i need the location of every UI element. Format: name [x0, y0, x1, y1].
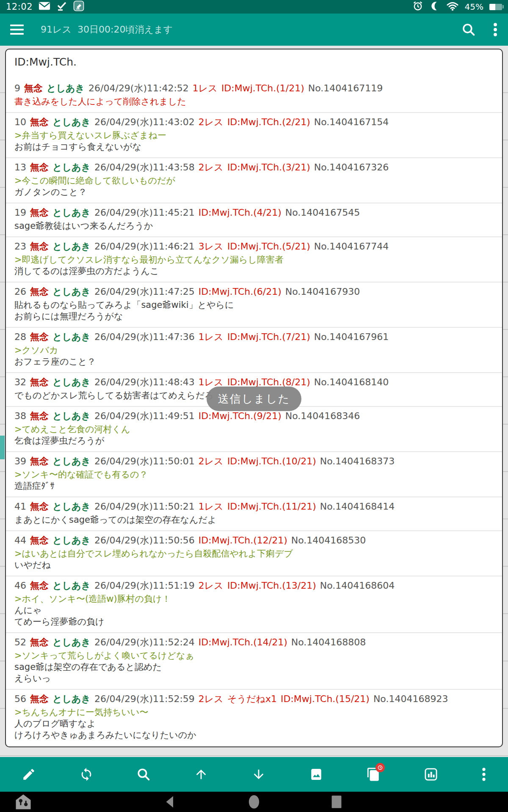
search-icon[interactable] — [136, 767, 151, 782]
post-line: sage爺は架空の存在であると認めた — [6, 661, 502, 673]
post-list: 9無念としあき26/04/29(水)11:42:521レスID:Mwj.TCh.… — [6, 79, 502, 746]
post-id[interactable]: ID:Mwj.TCh.(2/21) — [227, 117, 310, 127]
post-header: 56無念としあき26/04/29(水)11:52:592レスそうだねx1ID:M… — [6, 693, 502, 705]
post-name1: 無念 — [30, 286, 49, 297]
post-line: >てめえこと乞食の河村くん — [6, 424, 502, 435]
post-id[interactable]: ID:Mwj.TCh.(1/21) — [221, 83, 304, 93]
post-header: 52無念としあき26/04/29(水)11:52:24ID:Mwj.TCh.(1… — [6, 636, 502, 648]
post-id[interactable]: ID:Mwj.TCh.(6/21) — [199, 286, 282, 297]
clock: 12:02 — [6, 2, 33, 12]
overflow-icon[interactable] — [481, 767, 486, 782]
post-id[interactable]: ID:Mwj.TCh.(15/21) — [281, 694, 370, 704]
post-header: 19無念としあき26/04/29(水)11:45:21ID:Mwj.TCh.(4… — [6, 207, 502, 218]
post-id[interactable]: ID:Mwj.TCh.(12/21) — [199, 535, 287, 546]
post-header: 41無念としあき26/04/29(水)11:50:211レスID:Mwj.TCh… — [6, 501, 502, 512]
post[interactable]: 28無念としあき26/04/29(水)11:47:361レスID:Mwj.TCh… — [6, 327, 502, 372]
scroll-up-icon[interactable] — [194, 767, 208, 782]
post-res[interactable]: 2レス — [199, 694, 224, 704]
post-header: 26無念としあき26/04/29(水)11:47:25ID:Mwj.TCh.(6… — [6, 286, 502, 297]
menu-icon[interactable] — [10, 25, 24, 35]
scroll-down-icon[interactable] — [251, 767, 266, 782]
post[interactable]: 41無念としあき26/04/29(水)11:50:211レスID:Mwj.TCh… — [6, 497, 502, 530]
post[interactable]: 46無念としあき26/04/29(水)11:51:192レスID:Mwj.TCh… — [6, 576, 502, 632]
post[interactable]: 38無念としあき26/04/29(水)11:49:51ID:Mwj.TCh.(9… — [6, 406, 502, 451]
post-id[interactable]: ID:Mwj.TCh.(9/21) — [199, 411, 282, 421]
post-line: >ちんちんオナにー気持ちいい〜 — [6, 707, 502, 718]
post-line: お前はチョコすら食えないがな — [6, 141, 502, 153]
post-line: お前らには無理だろうがな — [6, 311, 502, 322]
do-not-disturb-moon-icon — [429, 0, 440, 13]
post-sodane[interactable]: そうだねx1 — [227, 694, 277, 704]
post-res[interactable]: 1レス — [199, 377, 224, 387]
post-name2: としあき — [52, 535, 91, 546]
post-line: >はいあとは自分でスレ埋められなかったら自殺配信やれよ下痢デブ — [6, 548, 502, 560]
post-num: 32 — [14, 377, 26, 387]
overflow-icon[interactable] — [493, 22, 498, 37]
post-id[interactable]: ID:Mwj.TCh.(5/21) — [227, 241, 310, 252]
post-num: 23 — [14, 241, 26, 252]
post-id[interactable]: ID:Mwj.TCh.(3/21) — [227, 162, 310, 173]
post[interactable]: 52無念としあき26/04/29(水)11:52:24ID:Mwj.TCh.(1… — [6, 632, 502, 689]
back-icon[interactable] — [159, 792, 180, 812]
post-res[interactable]: 1レス — [199, 501, 224, 512]
post-id[interactable]: ID:Mwj.TCh.(11/21) — [227, 501, 316, 512]
post-name2: としあき — [52, 637, 91, 647]
content-area: ID:Mwj.TCh. 9無念としあき26/04/29(水)11:42:521レ… — [0, 46, 508, 757]
post-no: No.1404167930 — [285, 286, 360, 297]
post-res[interactable]: 2レス — [199, 456, 224, 466]
post[interactable]: 23無念としあき26/04/29(水)11:46:213レスID:Mwj.TCh… — [6, 236, 502, 282]
post-res[interactable]: 2レス — [199, 162, 224, 173]
post-header: 32無念としあき26/04/29(水)11:48:431レスID:Mwj.TCh… — [6, 376, 502, 388]
post-line: >今この瞬間に絶命して欲しいものだが — [6, 175, 502, 187]
post-line: 書き込みをした人によって削除されました — [6, 96, 502, 107]
post-res[interactable]: 2レス — [199, 580, 224, 591]
post-num: 13 — [14, 162, 26, 173]
post[interactable]: 56無念としあき26/04/29(水)11:52:592レスそうだねx1ID:M… — [6, 689, 502, 746]
post-id[interactable]: ID:Mwj.TCh.(7/21) — [227, 332, 310, 342]
post[interactable]: 26無念としあき26/04/29(水)11:47:25ID:Mwj.TCh.(6… — [6, 282, 502, 327]
home-shortcut-icon[interactable] — [13, 792, 34, 812]
search-icon[interactable] — [461, 22, 476, 37]
post-header: 44無念としあき26/04/29(水)11:50:56ID:Mwj.TCh.(1… — [6, 535, 502, 546]
post-date: 26/04/29(水)11:48:43 — [94, 377, 195, 387]
reload-icon[interactable] — [79, 767, 94, 782]
image-icon[interactable] — [309, 767, 323, 782]
post[interactable]: 39無念としあき26/04/29(水)11:50:012レスID:Mwj.TCh… — [6, 451, 502, 497]
post-name2: としあき — [52, 580, 91, 591]
post[interactable]: 32無念としあき26/04/29(水)11:48:431レスID:Mwj.TCh… — [6, 372, 502, 406]
post-id[interactable]: ID:Mwj.TCh.(4/21) — [199, 207, 282, 218]
post[interactable]: 19無念としあき26/04/29(水)11:45:21ID:Mwj.TCh.(4… — [6, 203, 502, 236]
post-line: 乞食は淫夢虫だろうが — [6, 435, 502, 447]
compose-icon[interactable] — [22, 767, 36, 782]
post-id[interactable]: ID:Mwj.TCh.(10/21) — [227, 456, 316, 466]
post-res[interactable]: 2レス — [199, 117, 224, 127]
catalog-icon-with-badge[interactable] — [366, 767, 381, 782]
recents-icon[interactable] — [326, 792, 347, 812]
home-icon[interactable] — [243, 792, 265, 812]
stats-icon[interactable] — [424, 767, 438, 782]
post-res[interactable]: 3レス — [199, 241, 224, 252]
post-name2: としあき — [52, 162, 91, 173]
post[interactable]: 10無念としあき26/04/29(水)11:43:022レスID:Mwj.TCh… — [6, 112, 502, 157]
post-res[interactable]: 1レス — [199, 332, 224, 342]
post-line: >即逃げしてクソスレ消すなら最初から立てんなクソ漏らし障害者 — [6, 254, 502, 266]
post-line: 人のブログ晒すなよ — [6, 718, 502, 730]
post-line: sage爺教徒はいつ来るんだろうか — [6, 220, 502, 232]
post-date: 26/04/29(水)11:50:21 — [94, 501, 195, 512]
post[interactable]: 9無念としあき26/04/29(水)11:42:521レスID:Mwj.TCh.… — [6, 79, 502, 112]
post-res[interactable]: 1レス — [193, 83, 218, 93]
post-id[interactable]: ID:Mwj.TCh.(13/21) — [227, 580, 316, 591]
post-no: No.1404167154 — [314, 117, 389, 127]
post-line: >ソンキって荒らしがよく喚いてるけどなぁ — [6, 650, 502, 661]
post-line: いやだね — [6, 560, 502, 571]
post-date: 26/04/29(水)11:47:25 — [94, 286, 195, 297]
post-id[interactable]: ID:Mwj.TCh.(8/21) — [227, 377, 310, 387]
post[interactable]: 44無念としあき26/04/29(水)11:50:56ID:Mwj.TCh.(1… — [6, 530, 502, 576]
post-no: No.1404168530 — [291, 535, 366, 546]
post-id[interactable]: ID:Mwj.TCh.(14/21) — [199, 637, 287, 647]
post-line: おフェラ座のこと？ — [6, 356, 502, 368]
post-num: 56 — [14, 694, 26, 704]
post-num: 26 — [14, 286, 26, 297]
scrollbar-thumb[interactable] — [0, 436, 5, 459]
post[interactable]: 13無念としあき26/04/29(水)11:43:582レスID:Mwj.TCh… — [6, 157, 502, 203]
